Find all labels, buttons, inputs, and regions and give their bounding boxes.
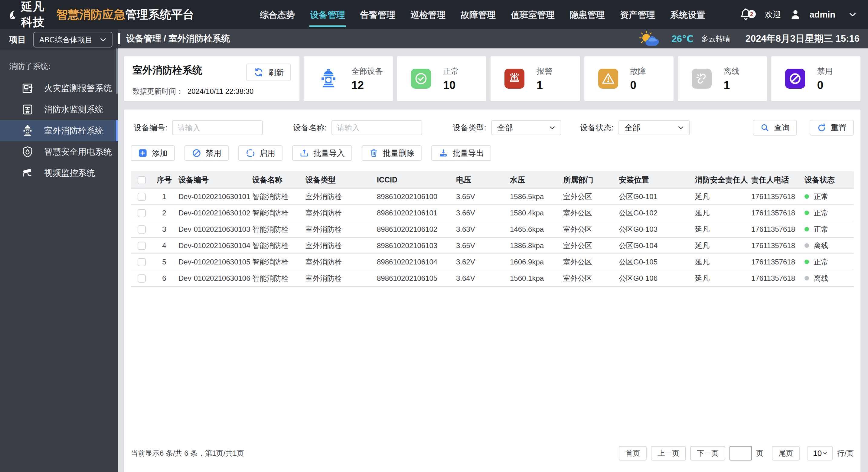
cell-index: 4 (152, 237, 176, 254)
device-code-input[interactable] (172, 120, 263, 135)
cell-status: 离线 (802, 270, 854, 287)
cell-dept: 室外公区 (561, 270, 616, 287)
action-button-1[interactable]: 添加 (131, 145, 175, 161)
next-page-button[interactable]: 下一页 (690, 446, 725, 461)
row-checkbox[interactable] (137, 242, 146, 250)
column-header: 水压 (507, 171, 561, 188)
reset-icon (817, 123, 827, 132)
page-number-input[interactable] (730, 446, 752, 461)
device-type-select[interactable]: 全部 (491, 120, 561, 135)
page-size-value: 10 (813, 449, 822, 458)
sidebar-menu: 火灾监测报警系统消防水监测系统室外消防栓系统智慧安全用电系统视频监控系统 (0, 78, 118, 184)
device-type-label: 设备类型: (453, 122, 486, 133)
user-menu-chevron-down-icon[interactable] (847, 9, 858, 20)
row-checkbox[interactable] (137, 209, 146, 217)
status-dot (805, 194, 809, 199)
nav-item-3[interactable]: 告警管理 (360, 2, 396, 27)
reset-button[interactable]: 重置 (810, 120, 854, 136)
breadcrumb-bar: 设备管理 / 室外消防栓系统 26℃ 多云转晴 (118, 29, 868, 49)
sidebar-scrollbar[interactable] (116, 49, 118, 94)
cell-type: 室外消防栓 (303, 205, 374, 221)
status-label: 正常 (814, 257, 828, 267)
stat-label: 报警 (536, 66, 552, 77)
sidebar-item-1[interactable]: 火灾监测报警系统 (0, 78, 118, 99)
breadcrumb-marker (118, 33, 120, 44)
nav-item-5[interactable]: 故障管理 (460, 2, 496, 27)
status-label: 离线 (814, 241, 828, 250)
cell-voltage: 3.66V (454, 205, 507, 221)
refresh-button[interactable]: 刷新 (246, 63, 291, 81)
device-code-label: 设备编号: (134, 122, 167, 133)
column-header: 安装位置 (616, 171, 692, 188)
cell-type: 室外消防栓 (303, 270, 374, 287)
stat-value: 12 (351, 79, 383, 92)
stat-card-2: 正常10 (397, 56, 486, 101)
select-all-checkbox[interactable] (137, 176, 146, 184)
company-name: 延凡科技 (21, 0, 49, 30)
chevron-down-icon (548, 123, 557, 132)
alarm-icon (504, 69, 524, 89)
weather-temp: 26℃ (672, 33, 693, 45)
nav-item-2[interactable]: 设备管理 (309, 2, 346, 27)
row-checkbox[interactable] (137, 193, 146, 201)
table-row: 6Dev-01020210630106智能消防栓室外消防栓89861020210… (131, 270, 854, 287)
action-button-6[interactable]: 批量导出 (431, 145, 491, 161)
nav-item-4[interactable]: 巡检管理 (410, 2, 446, 27)
username[interactable]: admin (810, 10, 835, 20)
prev-page-button[interactable]: 上一页 (651, 446, 686, 461)
nav-item-1[interactable]: 综合态势 (259, 2, 296, 27)
cell-code: Dev-01020210630105 (176, 254, 250, 270)
cell-iccid: 898610202106102 (374, 221, 454, 237)
stat-value: 0 (630, 79, 646, 92)
first-page-button[interactable]: 首页 (619, 446, 647, 461)
table-row: 2Dev-01020210630102智能消防栓室外消防栓89861020210… (131, 205, 854, 221)
water-monitor-icon (21, 103, 34, 116)
device-name-input[interactable] (332, 120, 422, 135)
action-button-4[interactable]: 批量导入 (292, 145, 352, 161)
actions-row: 添加禁用启用批量导入批量删除批量导出 (131, 145, 854, 161)
device-panel: 设备编号: 设备名称: 设备类型: 全部 设备状态: 全部 (124, 110, 861, 472)
main-nav: 综合态势设备管理告警管理巡检管理故障管理值班室管理隐患管理资产管理系统设置 (259, 2, 706, 27)
cell-location: 公区G0-104 (616, 237, 692, 254)
row-checkbox[interactable] (137, 226, 146, 234)
cell-code: Dev-01020210630106 (176, 270, 250, 287)
sidebar-section-title: 消防子系统: (0, 50, 118, 78)
nav-item-7[interactable]: 隐患管理 (569, 2, 606, 27)
cell-iccid: 898610202106104 (374, 254, 454, 270)
cell-dept: 室外公区 (561, 205, 616, 221)
sidebar-item-2[interactable]: 消防水监测系统 (0, 99, 118, 120)
sidebar-item-3[interactable]: 室外消防栓系统 (0, 120, 118, 141)
row-checkbox[interactable] (137, 258, 146, 266)
sidebar-item-5[interactable]: 视频监控系统 (0, 163, 118, 184)
device-status-select[interactable]: 全部 (619, 120, 690, 135)
sidebar-item-4[interactable]: 智慧安全用电系统 (0, 141, 118, 163)
table-row: 1Dev-01020210630101智能消防栓室外消防栓89861020210… (131, 188, 854, 205)
nav-item-6[interactable]: 值班室管理 (510, 2, 555, 27)
last-page-button[interactable]: 尾页 (772, 446, 800, 461)
action-button-2[interactable]: 禁用 (185, 145, 229, 161)
user-avatar-icon[interactable] (789, 8, 802, 21)
status-dot (805, 211, 809, 215)
search-label: 查询 (774, 122, 790, 133)
nav-item-9[interactable]: 系统设置 (670, 2, 706, 27)
cell-location: 公区G0-105 (616, 254, 692, 270)
nav-item-8[interactable]: 资产管理 (619, 2, 656, 27)
project-select[interactable]: ABC综合体项目 (33, 32, 113, 48)
action-label: 批量删除 (383, 148, 414, 158)
enable-circle-icon (246, 148, 255, 158)
row-checkbox[interactable] (137, 274, 146, 283)
ban-icon (785, 69, 805, 89)
action-button-3[interactable]: 启用 (238, 145, 282, 161)
stats-row: 室外消防栓系统 刷新 数据更新时间：2024/10/11 22:38:30 全部… (124, 56, 861, 101)
cell-name: 智能消防栓 (250, 237, 303, 254)
cell-phone: 17611357618 (749, 205, 802, 221)
action-button-5[interactable]: 批量删除 (362, 145, 422, 161)
stat-cards: 全部设备12正常10报警1故障0离线1禁用0 (304, 56, 861, 101)
notifications-bell-icon[interactable]: 2 (739, 7, 753, 22)
chevron-down-icon (99, 35, 108, 44)
sun-cloud-icon (639, 30, 664, 48)
search-button[interactable]: 查询 (753, 120, 797, 136)
page-size-select[interactable]: 10 (807, 446, 833, 461)
stat-value: 0 (817, 79, 833, 92)
column-header: 电压 (454, 171, 507, 188)
